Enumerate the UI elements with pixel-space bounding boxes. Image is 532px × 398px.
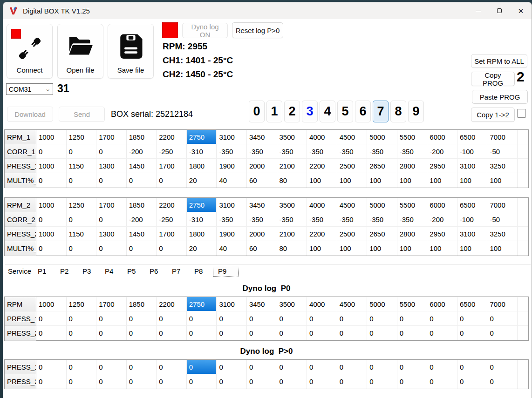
table-cell[interactable]: 3100	[217, 297, 247, 311]
table-cell[interactable]: 0	[247, 374, 277, 389]
table-cell[interactable]: 0	[307, 374, 337, 389]
table-cell[interactable]: 0	[127, 360, 157, 374]
table-cell[interactable]: 0	[96, 241, 127, 256]
table-cell[interactable]: 2500	[337, 159, 368, 173]
table-cell[interactable]: 0	[67, 326, 97, 340]
table-cell[interactable]: 1700	[96, 297, 127, 311]
minimize-button[interactable]	[467, 2, 489, 19]
connect-button[interactable]: Connect	[7, 24, 53, 79]
table-cell[interactable]: 2750	[187, 130, 217, 144]
table-cell[interactable]: 0	[217, 326, 247, 340]
table-cell[interactable]: 3100	[457, 227, 488, 241]
table-cell[interactable]: -250	[157, 212, 187, 226]
tab-p7[interactable]: P7	[168, 266, 191, 276]
table-cell[interactable]: 0	[157, 173, 187, 188]
table-cell[interactable]: 0	[67, 360, 97, 374]
table-cell[interactable]: -350	[307, 144, 337, 158]
table-cell[interactable]: 0	[187, 374, 217, 389]
table-cell[interactable]: 1900	[217, 159, 247, 173]
table-cell[interactable]: 1150	[67, 159, 97, 173]
table-cell[interactable]: 2000	[247, 227, 277, 241]
table-cell[interactable]: 0	[67, 374, 97, 389]
table-cell[interactable]: -50	[487, 144, 518, 158]
table-cell[interactable]: 0	[337, 311, 368, 325]
table-cell[interactable]: 0	[427, 360, 457, 374]
table-cell[interactable]: 3100	[217, 130, 247, 144]
digit-button-2[interactable]: 2	[284, 101, 300, 122]
digit-button-3[interactable]: 3	[302, 101, 318, 122]
table-cell[interactable]: 100	[367, 173, 397, 188]
table-cell[interactable]: 0	[427, 374, 457, 389]
table-cell[interactable]: 0	[127, 374, 157, 389]
table-cell[interactable]: 4500	[337, 297, 368, 311]
table-cell[interactable]: 0	[96, 311, 127, 325]
table-cell[interactable]: 100	[427, 173, 457, 188]
table-cell[interactable]: -350	[277, 144, 307, 158]
table-cell[interactable]: 2200	[157, 130, 187, 144]
copy-prog-button[interactable]: Copy PROG	[471, 72, 515, 86]
tab-p8[interactable]: P8	[191, 266, 213, 276]
digit-button-7[interactable]: 7	[373, 101, 389, 122]
table-cell[interactable]: 0	[277, 326, 307, 340]
table-cell[interactable]: -250	[157, 144, 187, 158]
table-cell[interactable]: 0	[187, 326, 217, 340]
copy-1-to-2-button[interactable]: Copy 1->2	[471, 108, 515, 122]
row-header-press_2[interactable]: PRESS_2	[5, 374, 36, 389]
table-cell[interactable]: 80	[277, 173, 307, 188]
table-cell[interactable]: 1850	[127, 297, 157, 311]
row-header-rpm[interactable]: RPM	[5, 297, 36, 311]
table-cell[interactable]: 2750	[187, 198, 217, 212]
table-cell[interactable]: 0	[307, 311, 337, 325]
table-cell[interactable]: 1850	[127, 198, 157, 212]
table-cell[interactable]: 2100	[277, 159, 307, 173]
table-cell[interactable]: 0	[277, 311, 307, 325]
table-cell[interactable]: 0	[277, 374, 307, 389]
table-cell[interactable]: -200	[127, 212, 157, 226]
table-cell[interactable]: -310	[187, 212, 217, 226]
table-cell[interactable]: 3450	[247, 130, 277, 144]
digit-button-0[interactable]: 0	[249, 101, 265, 122]
table-cell[interactable]: 0	[127, 326, 157, 340]
table-cell[interactable]: 0	[367, 311, 397, 325]
table-cell[interactable]: 0	[397, 326, 428, 340]
maximize-button[interactable]	[489, 2, 510, 19]
download-button[interactable]: Download	[7, 107, 53, 122]
table-cell[interactable]: 2750	[187, 297, 217, 311]
table-cell[interactable]: 40	[217, 241, 247, 256]
table-cell[interactable]: -100	[457, 212, 488, 226]
table-cell[interactable]: 1800	[187, 159, 217, 173]
tab-p3[interactable]: P3	[79, 266, 101, 276]
table-cell[interactable]: 0	[157, 326, 187, 340]
table-cell[interactable]: 0	[127, 311, 157, 325]
table-cell[interactable]: 0	[157, 241, 187, 256]
table-cell[interactable]: 0	[67, 212, 97, 226]
send-button[interactable]: Send	[59, 107, 105, 122]
table-cell[interactable]: 100	[397, 241, 428, 256]
table-cell[interactable]: 0	[247, 326, 277, 340]
table-cell[interactable]: 20	[187, 173, 217, 188]
table-cell[interactable]: 0	[187, 360, 217, 374]
table-cell[interactable]: 4500	[337, 198, 368, 212]
table-cell[interactable]: 0	[96, 374, 127, 389]
table-cell[interactable]: 6000	[427, 297, 457, 311]
table-cell[interactable]: 2800	[397, 227, 428, 241]
digit-button-4[interactable]: 4	[320, 101, 335, 122]
row-header-press_1[interactable]: PRESS_1	[5, 311, 36, 326]
table-cell[interactable]: 3500	[277, 130, 307, 144]
table-cell[interactable]: 3500	[277, 198, 307, 212]
table-cell[interactable]: 3100	[217, 198, 247, 212]
table-cell[interactable]: 2650	[367, 227, 397, 241]
table-cell[interactable]: 80	[277, 241, 307, 256]
table-cell[interactable]: 100	[427, 241, 457, 256]
table-cell[interactable]: 3100	[457, 159, 488, 173]
table-cell[interactable]: 0	[36, 326, 67, 340]
table-cell[interactable]: 2800	[397, 159, 428, 173]
row-header-rpm_2[interactable]: RPM_2	[5, 198, 36, 212]
row-header-multi%_[interactable]: MULTI%_	[5, 173, 36, 188]
table-cell[interactable]: -350	[277, 212, 307, 226]
tab-p5[interactable]: P5	[123, 266, 146, 276]
table-cell[interactable]: 2200	[307, 227, 337, 241]
table-cell[interactable]: 0	[157, 311, 187, 325]
table-cell[interactable]: 0	[36, 360, 67, 374]
table-cell[interactable]: -350	[247, 144, 277, 158]
